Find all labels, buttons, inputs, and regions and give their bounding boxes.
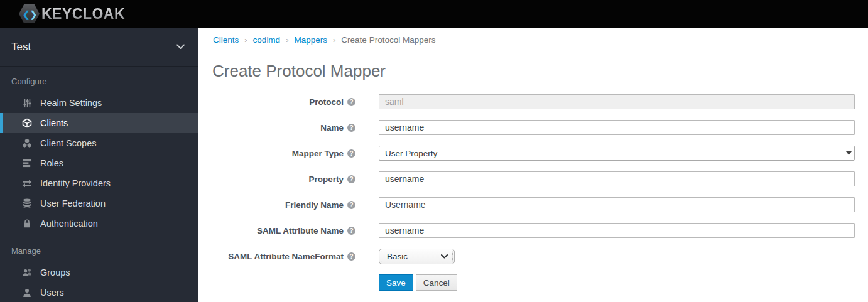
realm-name: Test: [11, 41, 31, 53]
form-row-friendly-name: Friendly Name ?: [198, 197, 868, 212]
question-circle-icon[interactable]: ?: [347, 149, 355, 158]
lock-icon: [21, 218, 33, 229]
sidebar-item-label: User Federation: [40, 198, 106, 208]
realm-selector[interactable]: Test: [0, 28, 198, 67]
sidebar-item-identity-providers[interactable]: Identity Providers: [0, 173, 198, 193]
saml-attribute-name-label: SAML Attribute Name: [257, 226, 344, 235]
app-header: ❮ ❯ KEYCLOAK: [0, 0, 868, 28]
create-mapper-form: Protocol ? Name ? Mapper Type ?: [198, 94, 868, 291]
chevron-down-icon: [441, 254, 448, 259]
question-circle-icon[interactable]: ?: [347, 175, 355, 183]
breadcrumb-mappers-link[interactable]: Mappers: [294, 35, 327, 45]
question-circle-icon[interactable]: ?: [347, 201, 355, 209]
sidebar-item-users[interactable]: Users: [0, 283, 198, 302]
sidebar-item-label: Groups: [40, 267, 70, 278]
nameformat-selected-value: Basic: [387, 252, 408, 261]
sidebar-item-label: Users: [40, 288, 64, 298]
mapper-type-select[interactable]: User Property: [379, 146, 855, 161]
sidebar-item-label: Authentication: [40, 218, 98, 229]
question-circle-icon[interactable]: ?: [347, 124, 355, 132]
sidebar-item-label: Realm Settings: [40, 98, 102, 108]
sidebar-item-roles[interactable]: Roles: [0, 153, 198, 173]
sidebar-item-authentication[interactable]: Authentication: [0, 213, 198, 234]
page-title: Create Protocol Mapper: [212, 62, 386, 81]
form-row-saml-attribute-nameformat: SAML Attribute NameFormat ? Basic: [198, 249, 868, 264]
question-circle-icon[interactable]: ?: [347, 252, 355, 261]
question-circle-icon[interactable]: ?: [347, 98, 355, 106]
saml-attribute-name-input[interactable]: [379, 223, 855, 238]
sidebar-section-configure: Configure Realm Settings Clients: [0, 67, 198, 234]
form-row-name: Name ?: [198, 120, 868, 135]
name-label: Name: [320, 123, 344, 132]
protocol-label: Protocol: [309, 97, 344, 107]
form-row-saml-attribute-name: SAML Attribute Name ?: [198, 223, 868, 238]
section-label: Configure: [0, 77, 198, 87]
sidebar-item-groups[interactable]: Groups: [0, 262, 198, 283]
sliders-icon: [21, 98, 33, 108]
sidebar-section-manage: Manage Groups Users: [0, 234, 198, 302]
breadcrumb: Clients › codimd › Mappers › Create Prot…: [213, 35, 435, 45]
question-circle-icon[interactable]: ?: [347, 227, 355, 235]
keycloak-hexagon-icon: ❮ ❯: [19, 4, 40, 23]
sidebar-item-clients[interactable]: Clients: [0, 113, 198, 133]
breadcrumb-separator-icon: ›: [244, 35, 247, 45]
protocol-input: [379, 94, 855, 109]
sidebar-item-realm-settings[interactable]: Realm Settings: [0, 93, 198, 113]
form-buttons: Save Cancel: [379, 274, 868, 291]
breadcrumb-separator-icon: ›: [286, 35, 288, 45]
form-row-property: Property ?: [198, 171, 868, 186]
form-row-protocol: Protocol ?: [198, 94, 868, 109]
breadcrumb-codimd-link[interactable]: codimd: [253, 35, 281, 45]
name-input[interactable]: [379, 120, 855, 135]
mapper-type-label: Mapper Type: [292, 149, 344, 158]
sidebar: Test Configure Realm Settings Clien: [0, 28, 198, 302]
section-label: Manage: [0, 246, 198, 256]
cube-icon: [21, 118, 33, 128]
property-input[interactable]: [379, 171, 855, 186]
sidebar-item-label: Roles: [40, 158, 63, 168]
user-icon: [21, 288, 33, 298]
saml-attribute-nameformat-label: SAML Attribute NameFormat: [228, 252, 344, 261]
sidebar-item-client-scopes[interactable]: Client Scopes: [0, 133, 198, 153]
list-icon: [21, 158, 33, 168]
keycloak-logo: ❮ ❯ KEYCLOAK: [19, 4, 125, 23]
sidebar-item-user-federation[interactable]: User Federation: [0, 193, 198, 213]
cancel-button[interactable]: Cancel: [416, 274, 457, 291]
friendly-name-label: Friendly Name: [285, 200, 344, 210]
users-icon: [21, 267, 33, 278]
saml-attribute-nameformat-select[interactable]: Basic: [379, 249, 455, 264]
dropdown-arrow-icon: [844, 148, 853, 159]
property-label: Property: [308, 175, 344, 184]
sidebar-item-label: Clients: [40, 118, 68, 128]
friendly-name-input[interactable]: [379, 197, 855, 212]
save-button[interactable]: Save: [379, 274, 413, 291]
angle-bracket-left-icon: ❮: [22, 9, 29, 19]
sidebar-item-label: Identity Providers: [40, 178, 111, 188]
database-icon: [21, 198, 33, 208]
form-row-mapper-type: Mapper Type ? User Property: [198, 146, 868, 161]
main-content: Clients › codimd › Mappers › Create Prot…: [198, 28, 868, 302]
mapper-type-selected-value: User Property: [385, 149, 437, 158]
sidebar-item-label: Client Scopes: [40, 138, 96, 148]
logo-text: KEYCLOAK: [41, 6, 125, 23]
exchange-icon: [21, 178, 33, 188]
breadcrumb-clients-link[interactable]: Clients: [213, 35, 239, 45]
angle-bracket-right-icon: ❯: [30, 9, 36, 19]
cubes-icon: [21, 138, 33, 148]
chevron-down-icon: [176, 44, 185, 50]
breadcrumb-separator-icon: ›: [333, 35, 335, 45]
breadcrumb-current: Create Protocol Mappers: [341, 35, 435, 45]
